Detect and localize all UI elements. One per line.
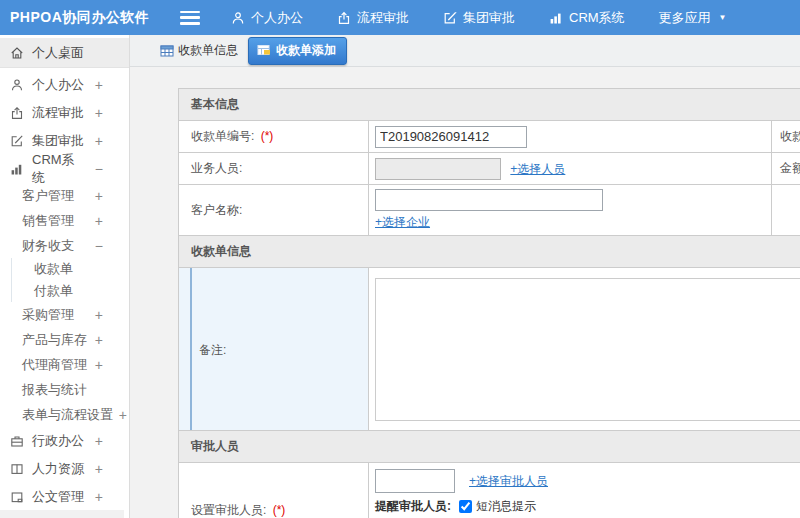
select-company-link[interactable]: +选择企业 — [375, 215, 430, 229]
sidebar-item-label: 报表与统计 — [22, 381, 87, 399]
staff-label-cell: 业务人员: — [179, 153, 369, 185]
bar-chart-icon — [549, 11, 563, 25]
expand-icon[interactable]: + — [95, 105, 103, 121]
expand-icon[interactable]: + — [95, 307, 103, 323]
staff-input[interactable] — [375, 158, 501, 180]
sidebar-item-hr[interactable]: 人力资源 + — [0, 455, 129, 483]
sidebar-item-label: 付款单 — [34, 282, 73, 300]
expand-icon[interactable]: + — [95, 461, 103, 477]
collapse-icon[interactable]: − — [95, 238, 103, 254]
sidebar-item-form-workflow-settings[interactable]: 表单与流程设置 + — [0, 402, 129, 427]
edit-square-icon — [443, 11, 457, 25]
expand-icon[interactable]: + — [95, 332, 103, 348]
amount-label-cell: 金额: — [772, 153, 800, 185]
tab-receipt-info[interactable]: 收款单信息 — [160, 42, 238, 59]
customer-input[interactable] — [375, 189, 603, 211]
expand-icon[interactable]: + — [95, 188, 103, 204]
hamburger-menu-icon[interactable] — [180, 11, 200, 25]
expand-icon[interactable]: + — [95, 77, 103, 93]
sidebar-item-label: 产品与库存 — [22, 331, 87, 349]
approval-panel: 审批人员 设置审批人员: (*) +选择审批人员 提醒审批人员: 短消息提示 — [178, 430, 800, 518]
top-navigation-bar: PHPOA协同办公软件 个人办公 流程审批 集团审批 — [0, 0, 800, 35]
receipt-no-label: 收款单编号: — [191, 129, 254, 143]
topnav-crm[interactable]: CRM系统 — [532, 0, 642, 35]
section-header-approval: 审批人员 — [179, 431, 800, 463]
sidebar-item-label: 公文管理 — [32, 488, 84, 506]
tab-label: 收款单信息 — [178, 42, 238, 59]
briefcase-icon — [10, 434, 24, 448]
section-header-receipt-info: 收款单信息 — [179, 236, 800, 268]
sidebar-item-admin-office[interactable]: 行政办公 + — [0, 427, 129, 455]
user-icon — [10, 78, 24, 92]
sms-notify-label: 短消息提示 — [476, 498, 536, 515]
bar-chart-icon — [10, 162, 24, 176]
expand-icon[interactable]: + — [95, 213, 103, 229]
user-icon — [231, 11, 245, 25]
sidebar-item-label: 集团审批 — [32, 132, 84, 150]
approver-input[interactable] — [375, 469, 455, 493]
sidebar-item-crm[interactable]: CRM系统 − — [0, 155, 129, 183]
sidebar-item-personal-office[interactable]: 个人办公 + — [0, 71, 129, 99]
expand-icon[interactable]: + — [95, 133, 103, 149]
sidebar-item-customer-mgmt[interactable]: 客户管理 + — [0, 183, 129, 208]
sidebar-item-label: 代理商管理 — [22, 356, 87, 374]
topnav-label: 个人办公 — [251, 9, 303, 27]
expand-icon[interactable]: + — [95, 489, 103, 505]
tab-label: 收款单添加 — [276, 42, 336, 59]
sidebar-item-label: CRM系统 — [32, 151, 87, 187]
customer-field-cell: +选择企业 — [369, 185, 772, 236]
sidebar-item-label: 客户管理 — [22, 187, 74, 205]
table-add-icon — [257, 43, 271, 57]
workflow-icon — [10, 106, 24, 120]
tab-receipt-add-active[interactable]: 收款单添加 — [248, 37, 347, 65]
receipt-date-label: 收款单日期: — [780, 129, 800, 143]
select-approver-link[interactable]: +选择审批人员 — [469, 473, 548, 490]
basic-info-panel: 基本信息 收款单编号: (*) 收款单日期: 业务人员: — [178, 88, 800, 434]
sidebar-item-receipt[interactable]: 收款单 — [34, 258, 129, 280]
table-icon — [160, 44, 174, 58]
topnav-workflow-approval[interactable]: 流程审批 — [320, 0, 426, 35]
sidebar-item-payment[interactable]: 付款单 — [34, 280, 129, 302]
required-mark: (*) — [261, 129, 274, 143]
sidebar-item-label: 行政办公 — [32, 432, 84, 450]
receipt-no-input[interactable] — [375, 126, 527, 148]
sidebar-item-document-mgmt[interactable]: 公文管理 + — [0, 483, 129, 511]
sidebar-item-purchase-mgmt[interactable]: 采购管理 + — [0, 302, 129, 327]
receipt-no-label-cell: 收款单编号: (*) — [179, 121, 369, 153]
collapse-icon[interactable]: − — [95, 161, 103, 177]
sidebar-item-label: 表单与流程设置 — [22, 406, 113, 424]
note-label: 备注: — [199, 343, 226, 357]
customer-label-cell: 客户名称: — [179, 185, 369, 236]
sidebar-item-finance[interactable]: 财务收支 − — [0, 233, 129, 258]
topnav-personal-office[interactable]: 个人办公 — [214, 0, 320, 35]
expand-icon[interactable]: + — [95, 357, 103, 373]
sidebar-item-workflow-approval[interactable]: 流程审批 + — [0, 99, 129, 127]
staff-label: 业务人员: — [191, 161, 242, 175]
sidebar-item-personal-desktop[interactable]: 个人桌面 — [0, 38, 129, 68]
sms-notify-checkbox[interactable] — [459, 500, 472, 513]
note-textarea[interactable] — [375, 278, 800, 421]
empty-cell — [772, 185, 800, 236]
approver-label: 设置审批人员: — [191, 503, 266, 517]
sidebar-item-sales-mgmt[interactable]: 销售管理 + — [0, 208, 129, 233]
required-mark: (*) — [273, 503, 286, 517]
main-content: 收款单信息 收款单添加 基本信息 收款单编号: (*) — [130, 35, 800, 518]
sidebar-item-reports[interactable]: 报表与统计 — [0, 377, 129, 402]
app-logo: PHPOA协同办公软件 — [0, 9, 158, 27]
expand-icon[interactable]: + — [119, 407, 127, 423]
receipt-date-label-cell: 收款单日期: — [772, 121, 800, 153]
sidebar-item-product-inventory[interactable]: 产品与库存 + — [0, 327, 129, 352]
staff-field-cell: +选择人员 — [369, 153, 772, 185]
expand-icon[interactable]: + — [95, 433, 103, 449]
topnav-group-approval[interactable]: 集团审批 — [426, 0, 532, 35]
sidebar-item-agent-mgmt[interactable]: 代理商管理 + — [0, 352, 129, 377]
edit-square-icon — [10, 134, 24, 148]
topnav-label: 集团审批 — [463, 9, 515, 27]
topnav-more-apps[interactable]: 更多应用 ▼ — [642, 0, 744, 35]
amount-label: 金额: — [780, 161, 800, 175]
select-staff-link[interactable]: +选择人员 — [510, 162, 565, 176]
remind-approver-label: 提醒审批人员: — [375, 498, 451, 515]
section-header-basic-info: 基本信息 — [179, 89, 800, 121]
approver-label-cell: 设置审批人员: (*) — [179, 463, 369, 518]
sidebar-item-label: 流程审批 — [32, 104, 84, 122]
